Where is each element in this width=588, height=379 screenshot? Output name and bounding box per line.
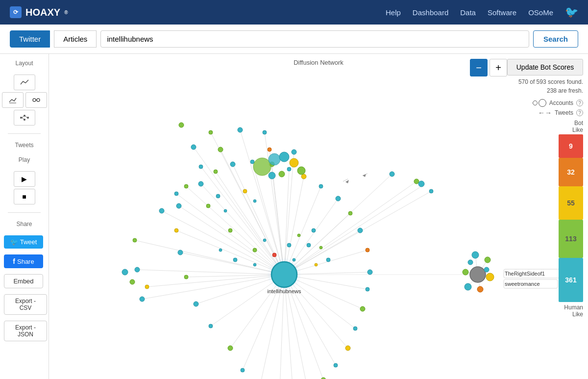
play-button[interactable]: ▶ <box>14 171 35 187</box>
svg-line-61 <box>284 191 431 275</box>
svg-point-89 <box>345 346 350 351</box>
svg-point-141 <box>279 152 289 162</box>
svg-point-128 <box>319 246 322 249</box>
svg-point-124 <box>228 228 232 232</box>
human-label-bottom: Human Like <box>507 304 583 318</box>
svg-point-158[interactable] <box>130 279 135 284</box>
tab-twitter[interactable]: Twitter <box>10 30 50 48</box>
legend-circle-large <box>539 99 546 107</box>
score-bar-1: 9 <box>559 134 583 158</box>
nav-data[interactable]: Data <box>460 8 476 17</box>
svg-point-2 <box>37 99 40 101</box>
svg-point-118 <box>292 150 296 154</box>
twitter-nav-icon[interactable]: 🐦 <box>565 6 578 19</box>
svg-point-102 <box>250 160 254 164</box>
svg-point-161[interactable] <box>179 123 184 127</box>
svg-point-110 <box>159 208 164 213</box>
svg-point-119 <box>216 194 220 198</box>
svg-point-93 <box>368 270 372 275</box>
score-bars: 9 32 55 113 361 <box>507 134 583 302</box>
svg-point-5 <box>24 115 25 117</box>
svg-point-106 <box>135 267 140 272</box>
svg-point-73 <box>199 165 203 169</box>
svg-point-157[interactable] <box>122 269 128 275</box>
svg-point-150 <box>485 257 490 263</box>
svg-point-120 <box>206 204 210 208</box>
svg-point-152 <box>477 286 483 292</box>
nav-dashboard[interactable]: Dashboard <box>413 8 448 17</box>
update-bot-scores-button[interactable]: Update Bot Scores <box>507 59 583 76</box>
layout-btn-2[interactable] <box>2 92 24 108</box>
svg-marker-146 <box>345 180 349 183</box>
svg-point-103 <box>230 162 235 167</box>
svg-point-6 <box>27 117 29 119</box>
svg-point-143 <box>297 167 305 175</box>
nav-osome[interactable]: OSoMe <box>528 8 553 17</box>
search-bar: Twitter Articles intellihubnews Search <box>0 25 588 54</box>
svg-point-148 <box>470 267 486 282</box>
svg-point-97 <box>336 196 341 201</box>
svg-point-156 <box>484 267 489 272</box>
center-node[interactable] <box>271 262 297 287</box>
svg-point-154 <box>463 269 468 275</box>
tweets-help-icon[interactable]: ? <box>576 109 583 116</box>
zoom-in-button[interactable]: + <box>490 59 507 76</box>
svg-line-9 <box>25 116 27 118</box>
embed-button[interactable]: Embed <box>4 274 43 288</box>
search-button[interactable]: Search <box>533 30 578 48</box>
layout-btn-1[interactable] <box>14 75 35 90</box>
svg-line-54 <box>137 270 284 275</box>
stop-button[interactable]: ■ <box>14 189 35 204</box>
logo: ⟳ HOAXY® <box>10 6 68 18</box>
zoom-controls: − + <box>470 59 507 76</box>
layout-btn-4[interactable] <box>14 110 35 126</box>
svg-line-60 <box>284 181 416 275</box>
layout-btn-3[interactable] <box>25 92 47 108</box>
export-json-button[interactable]: Export - JSON <box>4 321 47 341</box>
svg-point-116 <box>191 145 196 150</box>
bot-score-info: 570 of 593 scores found. 238 are fresh. <box>507 77 583 95</box>
zoom-out-button[interactable]: − <box>470 59 488 76</box>
center-node-label: intellihubnews <box>267 288 301 294</box>
nav-software[interactable]: Software <box>488 8 516 17</box>
export-csv-button[interactable]: Export - CSV <box>4 294 47 315</box>
svg-point-159[interactable] <box>418 181 424 187</box>
svg-point-71 <box>263 130 267 134</box>
svg-point-140 <box>269 153 280 165</box>
accounts-help-icon[interactable]: ? <box>576 100 583 106</box>
svg-point-99 <box>301 174 306 179</box>
svg-line-62 <box>284 174 392 275</box>
svg-line-10 <box>22 118 24 119</box>
sidebar-divider-2 <box>8 212 40 213</box>
facebook-share-button[interactable]: f Share <box>4 254 43 268</box>
header: ⟳ HOAXY® Help Dashboard Data Software OS… <box>0 0 588 25</box>
outer-nodes[interactable] <box>133 127 433 379</box>
nav-help[interactable]: Help <box>386 8 401 17</box>
legend-accounts: Accounts ? <box>507 99 583 107</box>
network-area: Diffusion Network − + Update Bot Scores … <box>49 54 588 379</box>
svg-point-136 <box>263 239 266 242</box>
svg-point-76 <box>174 228 178 232</box>
svg-point-112 <box>414 179 419 184</box>
search-input[interactable]: intellihubnews <box>100 30 529 48</box>
svg-point-96 <box>348 211 352 215</box>
svg-point-80 <box>209 324 213 328</box>
svg-point-131 <box>307 243 311 247</box>
svg-point-77 <box>178 250 183 255</box>
network-edges <box>135 130 490 379</box>
tab-articles[interactable]: Articles <box>54 30 97 48</box>
svg-point-94 <box>366 248 369 252</box>
svg-point-70 <box>238 127 243 132</box>
facebook-icon: f <box>13 257 15 265</box>
tweet-button[interactable]: 🐦 Tweet <box>4 235 43 249</box>
tweets-label: Tweets <box>4 142 45 149</box>
svg-point-153 <box>465 283 471 290</box>
logo-sup: ® <box>64 10 68 15</box>
svg-point-109 <box>133 238 137 242</box>
legend: Accounts ? ←→ Tweets ? <box>507 99 583 117</box>
svg-point-107 <box>145 285 149 289</box>
svg-point-79 <box>194 302 198 306</box>
svg-line-8 <box>22 116 24 118</box>
svg-point-88 <box>334 363 338 367</box>
svg-point-74 <box>184 184 188 188</box>
